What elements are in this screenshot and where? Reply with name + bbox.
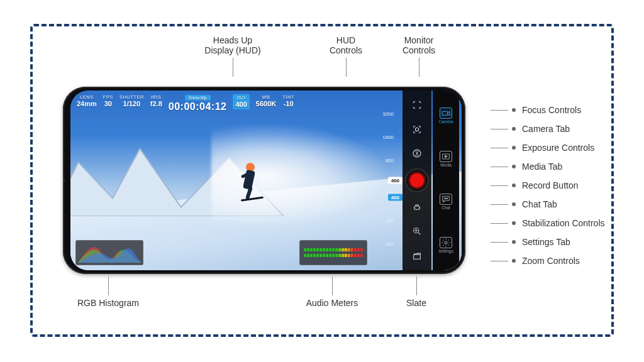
svg-point-9 bbox=[444, 198, 445, 199]
callout-hud-controls-label: HUDControls bbox=[330, 35, 362, 55]
autofocus-button[interactable] bbox=[408, 120, 426, 139]
hud-wb[interactable]: WB 5600K bbox=[256, 94, 276, 107]
focus-controls-button[interactable] bbox=[408, 96, 426, 114]
callout-rgb-histogram: RGB Histogram bbox=[70, 277, 146, 308]
media-icon bbox=[440, 151, 452, 162]
iso-selected-chip[interactable]: 400 bbox=[388, 194, 402, 200]
iso-current-marker[interactable]: 400 bbox=[388, 177, 402, 184]
callout-chat-tab: Chat Tab bbox=[491, 195, 605, 214]
callout-media-tab: Media Tab bbox=[491, 157, 605, 176]
callout-focus-controls: Focus Controls bbox=[491, 101, 605, 119]
monitor-controls-column bbox=[402, 90, 431, 270]
chat-icon bbox=[440, 194, 452, 205]
callout-stabilization-controls: Stabilization Controls bbox=[491, 214, 605, 233]
hud-strip: LENS 24mm FPS 30 SHUTTER 1/120 IRIS f2.8… bbox=[74, 93, 374, 114]
tab-settings[interactable]: Settings bbox=[435, 237, 457, 253]
hud-clip-chip: Snow trip bbox=[185, 95, 211, 101]
iso-tick-3200: 3200 bbox=[382, 111, 394, 116]
camera-icon bbox=[440, 107, 452, 119]
hud-fps[interactable]: FPS 30 bbox=[103, 94, 113, 107]
callout-zoom-controls: Zoom Controls bbox=[491, 251, 605, 270]
hud-iris[interactable]: IRIS f2.8 bbox=[150, 94, 162, 107]
right-callout-list: Focus Controls Camera Tab Exposure Contr… bbox=[491, 101, 605, 270]
tab-chat[interactable]: Chat bbox=[435, 194, 457, 210]
callout-hud: Heads UpDisplay (HUD) bbox=[189, 35, 277, 77]
hud-iso[interactable]: ISO 400 bbox=[233, 94, 249, 109]
exposure-controls-button[interactable] bbox=[408, 144, 426, 163]
iso-tick-800: 800 bbox=[386, 158, 394, 163]
tab-media[interactable]: Media bbox=[435, 151, 457, 167]
rgb-histogram[interactable] bbox=[75, 240, 143, 265]
tab-camera[interactable]: Camera bbox=[435, 107, 457, 124]
gear-icon bbox=[440, 237, 452, 248]
callout-exposure-controls: Exposure Controls bbox=[491, 138, 605, 157]
svg-rect-4 bbox=[414, 206, 419, 209]
callout-settings-tab: Settings Tab bbox=[491, 233, 605, 251]
svg-point-10 bbox=[445, 198, 446, 199]
svg-point-2 bbox=[415, 128, 418, 131]
phone-frame: LENS 24mm FPS 30 SHUTTER 1/120 IRIS f2.8… bbox=[63, 87, 465, 274]
tab-media-label: Media bbox=[440, 163, 452, 167]
svg-point-11 bbox=[447, 198, 447, 199]
svg-rect-6 bbox=[414, 255, 421, 259]
callout-camera-tab: Camera Tab bbox=[491, 119, 605, 138]
hud-tint[interactable]: TINT -10 bbox=[282, 94, 294, 107]
tab-settings-label: Settings bbox=[438, 249, 453, 253]
audio-ch2 bbox=[304, 254, 363, 257]
svg-rect-7 bbox=[442, 112, 448, 116]
callout-audio-meters: Audio Meters bbox=[294, 277, 370, 308]
tab-chat-label: Chat bbox=[441, 206, 450, 210]
tab-camera-label: Camera bbox=[438, 119, 453, 124]
camera-viewport: LENS 24mm FPS 30 SHUTTER 1/120 IRIS f2.8… bbox=[70, 90, 462, 270]
stabilization-controls-button[interactable] bbox=[408, 198, 426, 217]
audio-ch1 bbox=[304, 248, 363, 251]
iso-scale[interactable]: 3200 1600 800 400 320 400 200 100 bbox=[379, 97, 400, 264]
iso-tick-1600: 1600 bbox=[382, 134, 394, 140]
slate-button[interactable] bbox=[408, 246, 426, 265]
hud-timecode[interactable]: Snow trip 00:00:04:12 bbox=[169, 94, 227, 112]
hud-lens[interactable]: LENS 24mm bbox=[77, 94, 97, 107]
callout-hud-controls: HUDControls bbox=[314, 35, 377, 77]
svg-point-12 bbox=[445, 241, 447, 244]
callout-slate: Slate bbox=[397, 277, 435, 308]
scene-skier bbox=[235, 159, 265, 203]
zoom-controls-button[interactable] bbox=[408, 222, 426, 241]
callout-hud-label: Heads UpDisplay (HUD) bbox=[204, 35, 260, 55]
tabs-column: Camera Media Chat Settings bbox=[433, 90, 459, 270]
audio-meters[interactable] bbox=[299, 240, 367, 265]
iso-tick-100: 100 bbox=[386, 241, 394, 247]
callout-monitor-controls-label: MonitorControls bbox=[402, 35, 435, 55]
hud-shutter[interactable]: SHUTTER 1/120 bbox=[119, 94, 144, 107]
iso-tick-200: 200 bbox=[386, 217, 394, 223]
record-button[interactable] bbox=[405, 168, 429, 192]
callout-record-button: Record Button bbox=[491, 176, 605, 195]
callout-monitor-controls: MonitorControls bbox=[387, 35, 450, 77]
